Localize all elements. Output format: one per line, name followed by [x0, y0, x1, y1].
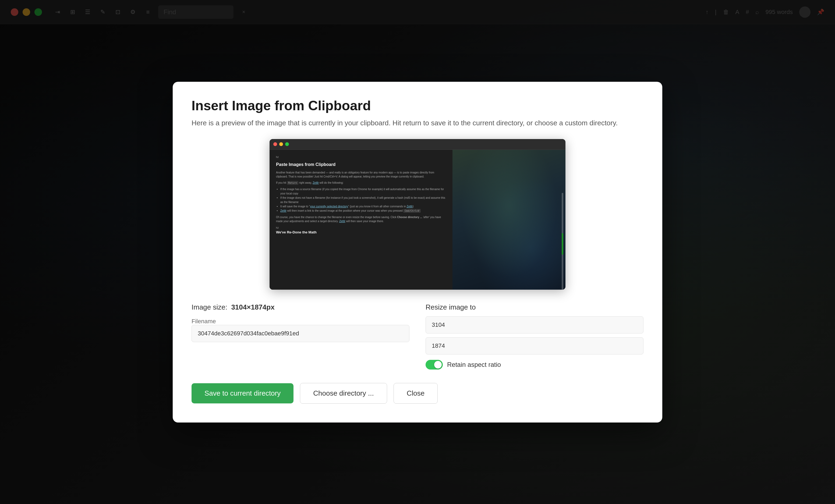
resize-width-input[interactable]	[426, 316, 644, 334]
preview-scene	[452, 150, 566, 290]
scrollbar-thumb[interactable]	[562, 233, 563, 255]
preview-frame: h2 Paste Images from Clipboard Another f…	[269, 139, 566, 290]
preview-tl-green	[285, 142, 289, 146]
form-left: Image size: 3104×1874px Filename	[191, 303, 409, 370]
aspect-ratio-label: Retain aspect ratio	[447, 361, 501, 369]
aspect-ratio-toggle[interactable]	[426, 360, 443, 370]
toggle-track	[426, 360, 443, 370]
form-right: Resize image to Retain aspect ratio	[426, 303, 644, 370]
insert-image-dialog: Insert Image from Clipboard Here is a pr…	[173, 82, 662, 422]
filename-field: Filename	[191, 318, 409, 342]
resize-height-input[interactable]	[426, 337, 644, 355]
modal-overlay: Insert Image from Clipboard Here is a pr…	[0, 0, 835, 504]
preview-content: h2 Paste Images from Clipboard Another f…	[269, 150, 566, 290]
preview-paragraph-2: Of course, you have the chance to change…	[276, 215, 446, 223]
preview-sidebar	[452, 150, 566, 290]
preview-return-text: If you hit Return right away, Zettlr wil…	[276, 181, 446, 185]
image-size-value: 3104×1874px	[231, 303, 274, 311]
preview-heading-1: Paste Images from Clipboard	[276, 161, 446, 168]
preview-container: h2 Paste Images from Clipboard Another f…	[191, 139, 644, 290]
preview-tl-yellow	[279, 142, 283, 146]
close-button[interactable]: Close	[393, 383, 438, 404]
scrollbar-track	[562, 193, 563, 290]
preview-list: If the image has a source filename (if y…	[276, 187, 446, 213]
button-row: Save to current directory Choose directo…	[191, 383, 644, 404]
filename-input[interactable]	[191, 325, 409, 342]
save-to-directory-button[interactable]: Save to current directory	[191, 383, 293, 403]
resize-inputs	[426, 316, 644, 355]
choose-directory-button[interactable]: Choose directory ...	[300, 383, 387, 404]
preview-paragraph-1: Another feature that has been demanded —…	[276, 170, 446, 178]
toggle-thumb	[434, 361, 442, 369]
image-size-label: Image size: 3104×1874px	[191, 303, 409, 311]
preview-editor: h2 Paste Images from Clipboard Another f…	[269, 150, 452, 290]
modal-subtitle: Here is a preview of the image that is c…	[191, 118, 644, 128]
aspect-ratio-row: Retain aspect ratio	[426, 360, 644, 370]
form-section: Image size: 3104×1874px Filename Resize …	[191, 303, 644, 370]
preview-heading-2: We've Re-Done the Math	[276, 230, 446, 235]
modal-title: Insert Image from Clipboard	[191, 98, 644, 113]
filename-label: Filename	[191, 318, 216, 324]
preview-titlebar	[269, 139, 566, 150]
resize-label: Resize image to	[426, 303, 644, 311]
preview-tl-red	[273, 142, 277, 146]
